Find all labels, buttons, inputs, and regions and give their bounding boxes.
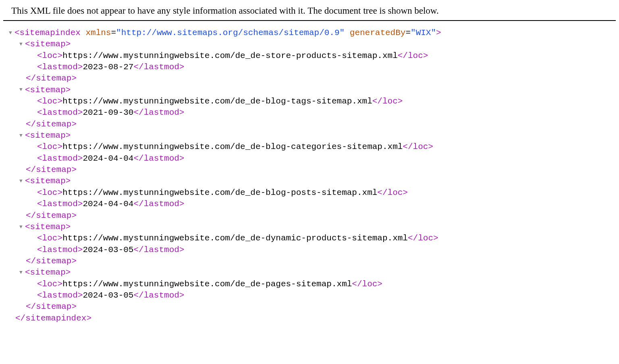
lastmod-value: 2024-04-04 [83, 199, 133, 209]
sitemap-block: ▼<sitemap><loc>https://www.mystunningweb… [8, 130, 616, 176]
root-tag-name: sitemapindex [20, 28, 81, 37]
lastmod-value: 2024-03-05 [83, 245, 133, 254]
header-message: This XML file does not appear to have an… [11, 6, 439, 16]
loc-value: https://www.mystunningwebsite.com/de_de-… [62, 97, 372, 106]
loc-line: <loc>https://www.mystunningwebsite.com/d… [8, 96, 616, 107]
sitemap-close-line: </sitemap> [8, 119, 616, 130]
lastmod-close-tag: </lastmod> [133, 154, 184, 163]
attr-generatedby-name: generatedBy [350, 28, 406, 37]
lastmod-close-tag: </lastmod> [133, 62, 184, 72]
sitemap-close-tag: </sitemap> [26, 74, 77, 83]
lastmod-close-tag: </lastmod> [133, 245, 184, 254]
xml-no-style-header: This XML file does not appear to have an… [3, 2, 616, 21]
sitemap-open-tag: <sitemap> [25, 222, 71, 232]
loc-line: <loc>https://www.mystunningwebsite.com/d… [8, 50, 616, 62]
sitemap-close-line: </sitemap> [8, 210, 616, 221]
loc-value: https://www.mystunningwebsite.com/de_de-… [62, 279, 352, 289]
loc-open-tag: <loc> [37, 142, 62, 151]
lastmod-open-tag: <lastmod> [37, 62, 83, 72]
disclosure-triangle-icon[interactable]: ▼ [9, 29, 15, 37]
loc-close-tag: </loc> [403, 142, 433, 151]
loc-open-tag: <loc> [37, 188, 62, 197]
lastmod-open-tag: <lastmod> [37, 245, 83, 254]
loc-close-tag: </loc> [372, 97, 403, 106]
loc-value: https://www.mystunningwebsite.com/de_de-… [62, 51, 398, 60]
equals: = [405, 28, 411, 37]
loc-close-tag: </loc> [377, 188, 408, 197]
sitemap-open-line: ▼<sitemap> [8, 221, 616, 233]
sitemap-open-line: ▼<sitemap> [8, 130, 616, 141]
sitemap-close-tag: </sitemap> [26, 302, 77, 311]
sitemap-open-line: ▼<sitemap> [8, 267, 616, 278]
loc-open-tag: <loc> [37, 234, 62, 243]
sitemap-block: ▼<sitemap><loc>https://www.mystunningweb… [8, 221, 616, 267]
attr-xmlns-value: "http://www.sitemaps.org/schemas/sitemap… [116, 28, 345, 37]
angle-open: < [15, 28, 20, 37]
attr-xmlns-name: xmlns [85, 28, 111, 37]
lastmod-value: 2024-03-05 [83, 291, 133, 300]
attr-generatedby-value: "WIX" [411, 28, 436, 37]
sitemap-close-tag: </sitemap> [26, 165, 77, 174]
sitemap-close-line: </sitemap> [8, 256, 616, 267]
sitemap-open-tag: <sitemap> [25, 85, 71, 95]
loc-open-tag: <loc> [37, 97, 62, 106]
lastmod-open-tag: <lastmod> [37, 291, 83, 300]
loc-open-tag: <loc> [37, 279, 62, 289]
loc-line: <loc>https://www.mystunningwebsite.com/d… [8, 141, 616, 153]
sitemap-close-tag: </sitemap> [26, 120, 77, 129]
loc-value: https://www.mystunningwebsite.com/de_de-… [62, 188, 377, 197]
sitemap-block: ▼<sitemap><loc>https://www.mystunningweb… [8, 267, 616, 312]
loc-value: https://www.mystunningwebsite.com/de_de-… [62, 142, 403, 151]
lastmod-value: 2024-04-04 [83, 154, 133, 163]
sitemaps-container: ▼<sitemap><loc>https://www.mystunningweb… [8, 39, 616, 312]
sitemap-close-line: </sitemap> [8, 164, 616, 176]
loc-close-tag: </loc> [352, 279, 382, 289]
lastmod-open-tag: <lastmod> [37, 108, 83, 117]
disclosure-triangle-icon[interactable]: ▼ [19, 269, 25, 276]
equals: = [111, 28, 116, 37]
root-close-tag: </sitemapindex> [15, 314, 91, 323]
sitemap-block: ▼<sitemap><loc>https://www.mystunningweb… [8, 39, 616, 84]
loc-line: <loc>https://www.mystunningwebsite.com/d… [8, 279, 616, 290]
sitemap-block: ▼<sitemap><loc>https://www.mystunningweb… [8, 85, 616, 130]
lastmod-close-tag: </lastmod> [133, 291, 184, 300]
lastmod-line: <lastmod>2024-04-04</lastmod> [8, 153, 616, 164]
sitemap-close-line: </sitemap> [8, 73, 616, 84]
lastmod-close-tag: </lastmod> [133, 199, 184, 209]
loc-close-tag: </loc> [398, 51, 428, 60]
sitemap-open-line: ▼<sitemap> [8, 176, 616, 187]
disclosure-triangle-icon[interactable]: ▼ [19, 86, 25, 93]
disclosure-triangle-icon[interactable]: ▼ [19, 223, 25, 231]
loc-value: https://www.mystunningwebsite.com/de_de-… [62, 234, 408, 243]
sitemap-open-tag: <sitemap> [25, 268, 71, 277]
disclosure-triangle-icon[interactable]: ▼ [19, 132, 25, 139]
space [81, 28, 86, 37]
loc-open-tag: <loc> [37, 51, 62, 60]
sitemap-close-tag: </sitemap> [26, 256, 77, 266]
sitemap-open-tag: <sitemap> [25, 176, 71, 186]
sitemap-open-line: ▼<sitemap> [8, 85, 616, 96]
sitemap-open-line: ▼<sitemap> [8, 39, 616, 50]
lastmod-line: <lastmod>2024-03-05</lastmod> [8, 290, 616, 301]
loc-line: <loc>https://www.mystunningwebsite.com/d… [8, 233, 616, 244]
root-open-line: ▼<sitemapindex xmlns="http://www.sitemap… [8, 27, 616, 39]
angle-close: > [436, 28, 441, 37]
lastmod-value: 2021-09-30 [83, 108, 133, 117]
lastmod-open-tag: <lastmod> [37, 199, 83, 209]
sitemap-close-tag: </sitemap> [26, 211, 77, 220]
disclosure-triangle-icon[interactable]: ▼ [19, 41, 25, 48]
disclosure-triangle-icon[interactable]: ▼ [19, 178, 25, 185]
lastmod-close-tag: </lastmod> [133, 108, 184, 117]
lastmod-value: 2023-08-27 [83, 62, 133, 72]
lastmod-line: <lastmod>2024-03-05</lastmod> [8, 244, 616, 256]
loc-close-tag: </loc> [408, 234, 438, 243]
lastmod-line: <lastmod>2024-04-04</lastmod> [8, 199, 616, 210]
loc-line: <loc>https://www.mystunningwebsite.com/d… [8, 187, 616, 199]
lastmod-open-tag: <lastmod> [37, 154, 83, 163]
sitemap-close-line: </sitemap> [8, 301, 616, 312]
lastmod-line: <lastmod>2023-08-27</lastmod> [8, 62, 616, 73]
sitemap-open-tag: <sitemap> [25, 39, 71, 49]
sitemap-block: ▼<sitemap><loc>https://www.mystunningweb… [8, 176, 616, 221]
xml-tree: ▼<sitemapindex xmlns="http://www.sitemap… [0, 21, 619, 327]
lastmod-line: <lastmod>2021-09-30</lastmod> [8, 107, 616, 118]
